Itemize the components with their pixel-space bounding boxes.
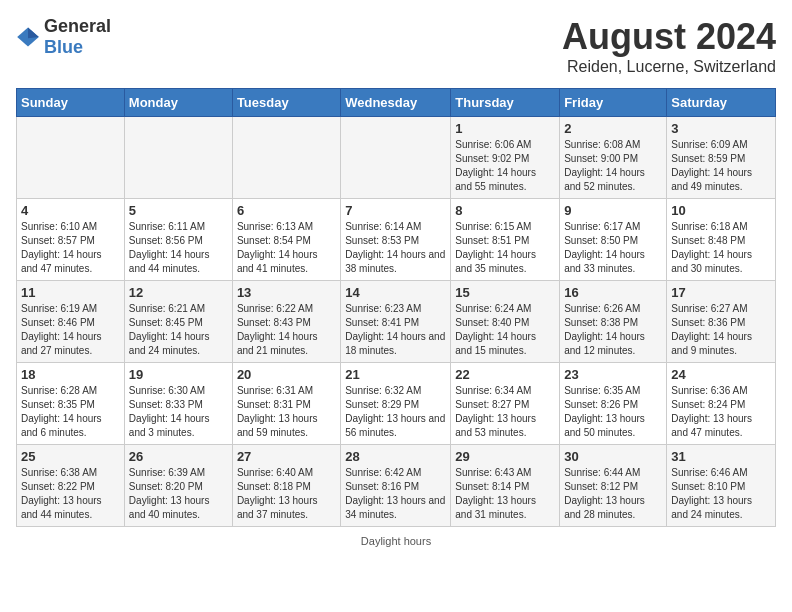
calendar-day-cell: 19Sunrise: 6:30 AM Sunset: 8:33 PM Dayli… (124, 363, 232, 445)
day-number: 21 (345, 367, 446, 382)
calendar-day-cell (124, 117, 232, 199)
calendar-header-row: SundayMondayTuesdayWednesdayThursdayFrid… (17, 89, 776, 117)
day-info: Sunrise: 6:34 AM Sunset: 8:27 PM Dayligh… (455, 384, 555, 440)
calendar-header-cell: Sunday (17, 89, 125, 117)
day-number: 27 (237, 449, 336, 464)
day-number: 12 (129, 285, 228, 300)
logo-icon (16, 25, 40, 49)
calendar-day-cell: 26Sunrise: 6:39 AM Sunset: 8:20 PM Dayli… (124, 445, 232, 527)
day-info: Sunrise: 6:43 AM Sunset: 8:14 PM Dayligh… (455, 466, 555, 522)
day-info: Sunrise: 6:10 AM Sunset: 8:57 PM Dayligh… (21, 220, 120, 276)
day-number: 8 (455, 203, 555, 218)
title-area: August 2024 Reiden, Lucerne, Switzerland (562, 16, 776, 76)
day-number: 28 (345, 449, 446, 464)
calendar-day-cell: 27Sunrise: 6:40 AM Sunset: 8:18 PM Dayli… (232, 445, 340, 527)
calendar-week-row: 18Sunrise: 6:28 AM Sunset: 8:35 PM Dayli… (17, 363, 776, 445)
calendar-day-cell: 6Sunrise: 6:13 AM Sunset: 8:54 PM Daylig… (232, 199, 340, 281)
day-info: Sunrise: 6:13 AM Sunset: 8:54 PM Dayligh… (237, 220, 336, 276)
day-number: 19 (129, 367, 228, 382)
calendar-day-cell: 30Sunrise: 6:44 AM Sunset: 8:12 PM Dayli… (560, 445, 667, 527)
day-info: Sunrise: 6:06 AM Sunset: 9:02 PM Dayligh… (455, 138, 555, 194)
day-number: 14 (345, 285, 446, 300)
calendar-week-row: 4Sunrise: 6:10 AM Sunset: 8:57 PM Daylig… (17, 199, 776, 281)
calendar-week-row: 1Sunrise: 6:06 AM Sunset: 9:02 PM Daylig… (17, 117, 776, 199)
calendar-day-cell: 31Sunrise: 6:46 AM Sunset: 8:10 PM Dayli… (667, 445, 776, 527)
day-info: Sunrise: 6:11 AM Sunset: 8:56 PM Dayligh… (129, 220, 228, 276)
calendar-day-cell: 24Sunrise: 6:36 AM Sunset: 8:24 PM Dayli… (667, 363, 776, 445)
day-info: Sunrise: 6:08 AM Sunset: 9:00 PM Dayligh… (564, 138, 662, 194)
calendar-day-cell: 9Sunrise: 6:17 AM Sunset: 8:50 PM Daylig… (560, 199, 667, 281)
day-info: Sunrise: 6:28 AM Sunset: 8:35 PM Dayligh… (21, 384, 120, 440)
calendar-header-cell: Tuesday (232, 89, 340, 117)
day-number: 30 (564, 449, 662, 464)
calendar-day-cell (232, 117, 340, 199)
calendar-day-cell: 8Sunrise: 6:15 AM Sunset: 8:51 PM Daylig… (451, 199, 560, 281)
day-info: Sunrise: 6:35 AM Sunset: 8:26 PM Dayligh… (564, 384, 662, 440)
calendar-day-cell: 17Sunrise: 6:27 AM Sunset: 8:36 PM Dayli… (667, 281, 776, 363)
day-info: Sunrise: 6:09 AM Sunset: 8:59 PM Dayligh… (671, 138, 771, 194)
day-info: Sunrise: 6:14 AM Sunset: 8:53 PM Dayligh… (345, 220, 446, 276)
calendar-day-cell: 12Sunrise: 6:21 AM Sunset: 8:45 PM Dayli… (124, 281, 232, 363)
calendar-day-cell: 2Sunrise: 6:08 AM Sunset: 9:00 PM Daylig… (560, 117, 667, 199)
day-number: 22 (455, 367, 555, 382)
day-info: Sunrise: 6:36 AM Sunset: 8:24 PM Dayligh… (671, 384, 771, 440)
day-info: Sunrise: 6:31 AM Sunset: 8:31 PM Dayligh… (237, 384, 336, 440)
calendar-day-cell: 29Sunrise: 6:43 AM Sunset: 8:14 PM Dayli… (451, 445, 560, 527)
day-number: 18 (21, 367, 120, 382)
day-number: 17 (671, 285, 771, 300)
day-number: 9 (564, 203, 662, 218)
calendar-day-cell (341, 117, 451, 199)
day-number: 6 (237, 203, 336, 218)
day-number: 1 (455, 121, 555, 136)
day-info: Sunrise: 6:21 AM Sunset: 8:45 PM Dayligh… (129, 302, 228, 358)
day-number: 29 (455, 449, 555, 464)
logo-text-blue: Blue (44, 37, 83, 57)
day-info: Sunrise: 6:17 AM Sunset: 8:50 PM Dayligh… (564, 220, 662, 276)
svg-marker-1 (28, 27, 39, 38)
calendar-table: SundayMondayTuesdayWednesdayThursdayFrid… (16, 88, 776, 527)
day-number: 24 (671, 367, 771, 382)
calendar-day-cell: 25Sunrise: 6:38 AM Sunset: 8:22 PM Dayli… (17, 445, 125, 527)
day-info: Sunrise: 6:38 AM Sunset: 8:22 PM Dayligh… (21, 466, 120, 522)
calendar-day-cell: 23Sunrise: 6:35 AM Sunset: 8:26 PM Dayli… (560, 363, 667, 445)
calendar-day-cell: 13Sunrise: 6:22 AM Sunset: 8:43 PM Dayli… (232, 281, 340, 363)
calendar-header-cell: Monday (124, 89, 232, 117)
calendar-day-cell: 10Sunrise: 6:18 AM Sunset: 8:48 PM Dayli… (667, 199, 776, 281)
day-number: 20 (237, 367, 336, 382)
calendar-day-cell: 22Sunrise: 6:34 AM Sunset: 8:27 PM Dayli… (451, 363, 560, 445)
subtitle: Reiden, Lucerne, Switzerland (562, 58, 776, 76)
day-info: Sunrise: 6:46 AM Sunset: 8:10 PM Dayligh… (671, 466, 771, 522)
day-number: 10 (671, 203, 771, 218)
calendar-day-cell: 28Sunrise: 6:42 AM Sunset: 8:16 PM Dayli… (341, 445, 451, 527)
calendar-day-cell: 4Sunrise: 6:10 AM Sunset: 8:57 PM Daylig… (17, 199, 125, 281)
header: General Blue August 2024 Reiden, Lucerne… (16, 16, 776, 76)
logo-text-general: General (44, 16, 111, 36)
day-info: Sunrise: 6:24 AM Sunset: 8:40 PM Dayligh… (455, 302, 555, 358)
day-number: 11 (21, 285, 120, 300)
day-number: 4 (21, 203, 120, 218)
calendar-body: 1Sunrise: 6:06 AM Sunset: 9:02 PM Daylig… (17, 117, 776, 527)
calendar-day-cell: 7Sunrise: 6:14 AM Sunset: 8:53 PM Daylig… (341, 199, 451, 281)
calendar-day-cell: 14Sunrise: 6:23 AM Sunset: 8:41 PM Dayli… (341, 281, 451, 363)
day-info: Sunrise: 6:30 AM Sunset: 8:33 PM Dayligh… (129, 384, 228, 440)
calendar-day-cell: 1Sunrise: 6:06 AM Sunset: 9:02 PM Daylig… (451, 117, 560, 199)
day-info: Sunrise: 6:27 AM Sunset: 8:36 PM Dayligh… (671, 302, 771, 358)
day-number: 16 (564, 285, 662, 300)
calendar-week-row: 25Sunrise: 6:38 AM Sunset: 8:22 PM Dayli… (17, 445, 776, 527)
day-info: Sunrise: 6:39 AM Sunset: 8:20 PM Dayligh… (129, 466, 228, 522)
day-number: 26 (129, 449, 228, 464)
day-number: 2 (564, 121, 662, 136)
day-number: 7 (345, 203, 446, 218)
logo: General Blue (16, 16, 111, 58)
calendar-day-cell: 5Sunrise: 6:11 AM Sunset: 8:56 PM Daylig… (124, 199, 232, 281)
calendar-day-cell: 15Sunrise: 6:24 AM Sunset: 8:40 PM Dayli… (451, 281, 560, 363)
day-number: 5 (129, 203, 228, 218)
calendar-header-cell: Friday (560, 89, 667, 117)
calendar-day-cell: 18Sunrise: 6:28 AM Sunset: 8:35 PM Dayli… (17, 363, 125, 445)
day-info: Sunrise: 6:22 AM Sunset: 8:43 PM Dayligh… (237, 302, 336, 358)
calendar-header-cell: Wednesday (341, 89, 451, 117)
calendar-day-cell (17, 117, 125, 199)
day-info: Sunrise: 6:23 AM Sunset: 8:41 PM Dayligh… (345, 302, 446, 358)
day-info: Sunrise: 6:42 AM Sunset: 8:16 PM Dayligh… (345, 466, 446, 522)
day-info: Sunrise: 6:15 AM Sunset: 8:51 PM Dayligh… (455, 220, 555, 276)
